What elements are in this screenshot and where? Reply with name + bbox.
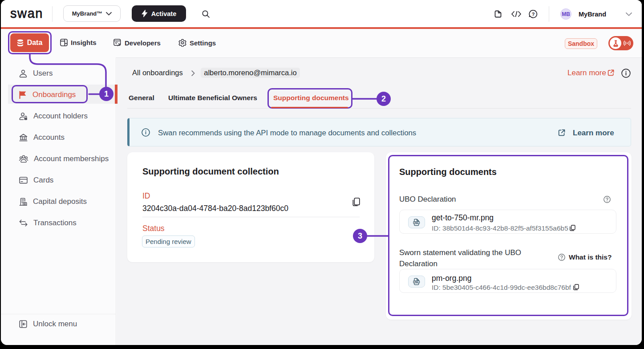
svg-text:PNG: PNG xyxy=(414,280,419,283)
svg-text:?: ? xyxy=(532,12,535,17)
svg-text:PNG: PNG xyxy=(414,221,419,223)
